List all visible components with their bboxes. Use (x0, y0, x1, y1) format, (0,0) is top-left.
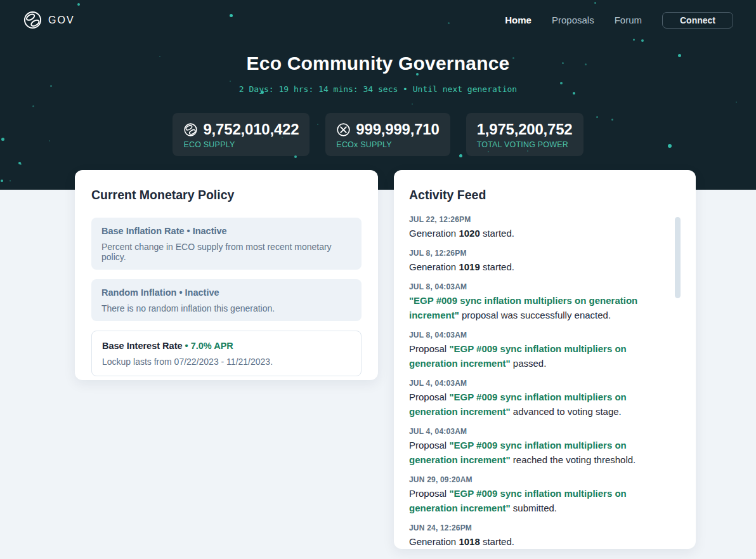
particle-dot (412, 103, 413, 105)
policy-card: Current Monetary Policy Base Inflation R… (75, 170, 378, 380)
nav-links: HomeProposalsForum (505, 15, 642, 25)
nav: HomeProposalsForum Connect (505, 12, 733, 29)
generation-number: 1018 (459, 536, 479, 547)
policy-items: Base Inflation Rate • InactivePercent ch… (91, 218, 362, 376)
activity-feed-list: JUL 22, 12:26PMGeneration 1020 started.J… (409, 215, 681, 549)
feed-text-segment: Generation (409, 536, 459, 547)
feed-item: JUL 4, 04:03AMProposal "EGP #009 sync in… (409, 379, 660, 419)
ecox-icon (336, 122, 351, 137)
topbar: GOV HomeProposalsForum Connect (0, 0, 756, 30)
generation-countdown: 2 Days: 19 hrs: 14 mins: 34 secs • Until… (0, 84, 756, 94)
policy-item: Random Inflation • InactiveThere is no r… (91, 279, 362, 321)
feed-text-segment: started. (480, 261, 514, 272)
particle-dot (641, 39, 644, 42)
feed-text: Proposal "EGP #009 sync inflation multip… (409, 438, 660, 467)
activity-card-title: Activity Feed (409, 188, 681, 202)
feed-timestamp: JUN 29, 09:20AM (409, 475, 660, 485)
policy-item: Base Inflation Rate • InactivePercent ch… (91, 218, 362, 270)
connect-button[interactable]: Connect (662, 12, 733, 29)
feed-timestamp: JUN 24, 12:26PM (409, 523, 660, 533)
feed-item: JUL 8, 04:03AMProposal "EGP #009 sync in… (409, 331, 660, 371)
feed-text: Generation 1018 started. (409, 534, 660, 549)
policy-item-title: Base Inflation Rate (101, 226, 185, 236)
logo[interactable]: GOV (23, 10, 75, 30)
eco-icon (183, 122, 198, 137)
stat-card: 9,752,010,422ECO SUPPLY (173, 113, 310, 156)
feed-text-segment: Proposal (409, 488, 449, 499)
particle-dot (32, 105, 34, 107)
nav-item-home[interactable]: Home (505, 15, 531, 25)
policy-item-desc: Lockup lasts from 07/22/2023 - 11/21/202… (102, 357, 351, 367)
stat-value: 999,999,710 (356, 121, 439, 138)
policy-card-title: Current Monetary Policy (91, 188, 362, 202)
feed-timestamp: JUL 8, 04:03AM (409, 331, 660, 340)
feed-timestamp: JUL 4, 04:03AM (409, 379, 660, 388)
policy-item-desc: Percent change in ECO supply from most r… (101, 242, 351, 262)
feed-item: JUL 4, 04:03AMProposal "EGP #009 sync in… (409, 427, 660, 467)
nav-item-proposals[interactable]: Proposals (552, 15, 594, 25)
eco-logo-icon (23, 10, 42, 30)
feed-text-segment: Generation (409, 228, 459, 239)
stat-card: 999,999,710ECOx SUPPLY (325, 113, 450, 156)
particle-dot (10, 180, 11, 181)
policy-item-status: • Inactive (185, 226, 227, 236)
feed-item: JUN 29, 09:20AMProposal "EGP #009 sync i… (409, 475, 660, 515)
stat-label: TOTAL VOTING POWER (477, 140, 573, 149)
particle-dot (230, 81, 231, 82)
activity-card: Activity Feed JUL 22, 12:26PMGeneration … (394, 170, 696, 549)
stat-value: 1,975,200,752 (477, 121, 573, 138)
feed-text-segment: Proposal (409, 343, 449, 354)
particle-dot (633, 39, 635, 41)
feed-text-segment: reached the voting threshold. (511, 454, 636, 465)
feed-text: Proposal "EGP #009 sync inflation multip… (409, 390, 660, 419)
feed-text-segment: started. (480, 228, 514, 239)
policy-item: Base Interest Rate • 7.0% APRLockup last… (91, 331, 362, 376)
feed-text-segment: advanced to voting stage. (511, 406, 622, 417)
hero: GOV HomeProposalsForum Connect Eco Commu… (0, 0, 756, 190)
particle-dot (20, 163, 22, 165)
feed-timestamp: JUL 8, 12:26PM (409, 249, 660, 258)
page-title: Eco Community Governance (0, 53, 756, 74)
feed-text-segment: passed. (511, 358, 547, 369)
policy-item-heading: Base Interest Rate • 7.0% APR (102, 340, 351, 352)
policy-item-title: Base Interest Rate (102, 341, 183, 351)
feed-text-segment: Generation (409, 261, 459, 272)
nav-item-forum[interactable]: Forum (615, 15, 642, 25)
feed-text: Proposal "EGP #009 sync inflation multip… (409, 341, 660, 371)
feed-text: "EGP #009 sync inflation multipliers on … (409, 293, 660, 322)
feed-text-segment: Proposal (409, 440, 449, 450)
feed-text: Proposal "EGP #009 sync inflation multip… (409, 486, 660, 515)
feed-text: Generation 1020 started. (409, 226, 660, 240)
feed-item: JUL 8, 04:03AM"EGP #009 sync inflation m… (409, 282, 660, 322)
feed-text-segment: proposal was successfully enacted. (459, 310, 611, 320)
scrollbar-thumb[interactable] (675, 217, 681, 298)
policy-item-heading: Random Inflation • Inactive (101, 287, 351, 298)
policy-item-title: Random Inflation (101, 287, 176, 298)
feed-text-segment: Proposal (409, 391, 449, 402)
stat-value: 9,752,010,422 (203, 121, 299, 138)
feed-text-segment: started. (480, 536, 514, 547)
logo-text: GOV (48, 15, 75, 26)
feed-item: JUN 24, 12:26PMGeneration 1018 started. (409, 523, 660, 549)
policy-item-heading: Base Inflation Rate • Inactive (101, 225, 351, 237)
stat-label: ECOx SUPPLY (336, 140, 439, 149)
stats-row: 9,752,010,422ECO SUPPLY 999,999,710ECOx … (0, 113, 756, 156)
generation-number: 1020 (459, 228, 479, 239)
generation-number: 1019 (459, 261, 479, 272)
stat-label: ECO SUPPLY (183, 140, 299, 149)
feed-item: JUL 8, 12:26PMGeneration 1019 started. (409, 249, 660, 274)
policy-item-status: • Inactive (176, 287, 219, 298)
particle-dot (736, 102, 737, 103)
policy-item-status: • 7.0% APR (183, 341, 233, 351)
feed-timestamp: JUL 8, 04:03AM (409, 282, 660, 292)
feed-item: JUL 22, 12:26PMGeneration 1020 started. (409, 215, 660, 240)
feed-timestamp: JUL 22, 12:26PM (409, 215, 660, 225)
policy-item-desc: There is no random inflation this genera… (101, 303, 351, 313)
feed-timestamp: JUL 4, 04:03AM (409, 427, 660, 437)
stat-card: 1,975,200,752TOTAL VOTING POWER (466, 113, 583, 156)
feed-text-segment: submitted. (511, 503, 557, 513)
particle-dot (1, 180, 3, 182)
feed-text: Generation 1019 started. (409, 260, 660, 274)
particle-dot (18, 162, 21, 164)
